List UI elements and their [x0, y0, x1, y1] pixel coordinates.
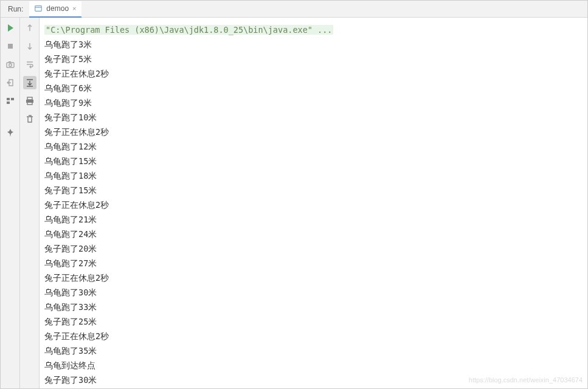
console-line: 兔子正在休息2秒 [44, 125, 583, 139]
svg-point-4 [9, 64, 12, 67]
run-label: Run: [1, 5, 29, 13]
soft-wrap-icon[interactable] [23, 58, 36, 71]
console-line: 乌龟跑了18米 [44, 168, 583, 183]
svg-rect-5 [9, 61, 11, 63]
console-line: 兔子正在休息2秒 [44, 66, 583, 81]
svg-rect-7 [11, 98, 14, 100]
console-line: 兔子跑了5米 [44, 52, 583, 66]
trash-icon[interactable] [23, 112, 36, 126]
console-output[interactable]: "C:\Program Files (x86)\Java\jdk1.8.0_25… [40, 18, 587, 389]
console-line: 乌龟跑了27米 [44, 256, 583, 270]
console-line: 乌龟跑了24米 [44, 227, 583, 241]
console-line: 乌龟跑了30米 [44, 285, 583, 300]
console-line: 乌龟跑了33米 [44, 300, 583, 314]
console-line: 乌龟跑了9米 [44, 95, 583, 110]
svg-rect-6 [7, 98, 10, 100]
layout-icon[interactable] [4, 94, 17, 108]
svg-rect-0 [35, 6, 42, 12]
up-arrow-icon[interactable] [23, 21, 36, 35]
stop-button[interactable] [4, 40, 17, 53]
svg-rect-11 [27, 102, 32, 105]
svg-rect-9 [27, 97, 32, 100]
console-line: 兔子跑了25米 [44, 314, 583, 329]
command-line: "C:\Program Files (x86)\Java\jdk1.8.0_25… [44, 22, 583, 37]
application-icon [34, 4, 43, 13]
console-line: 兔子正在休息2秒 [44, 329, 583, 343]
svg-rect-8 [7, 102, 10, 104]
pin-icon[interactable] [4, 126, 17, 139]
console-line: 兔子正在休息2秒 [44, 198, 583, 212]
console-line: 兔子跑了15米 [44, 183, 583, 198]
console-line: 乌龟跑了3米 [44, 37, 583, 52]
run-tab[interactable]: demoo × [29, 1, 81, 18]
console-line: 乌龟跑了15米 [44, 154, 583, 168]
run-toolbar-secondary [20, 18, 40, 389]
svg-rect-2 [8, 44, 13, 49]
console-line: 乌龟跑了35米 [44, 343, 583, 358]
console-line: 兔子正在休息2秒 [44, 270, 583, 285]
camera-icon[interactable] [4, 58, 17, 71]
down-arrow-icon[interactable] [23, 40, 36, 53]
console-line: 兔子跑了20米 [44, 241, 583, 256]
run-toolbar-primary [1, 18, 20, 389]
console-line: 乌龟跑了21米 [44, 212, 583, 227]
exit-icon[interactable] [4, 76, 17, 89]
console-line: 兔子跑了10米 [44, 110, 583, 125]
console-line: 乌龟到达终点 [44, 358, 583, 373]
console-line: 乌龟跑了6米 [44, 81, 583, 95]
console-line: 乌龟跑了12米 [44, 139, 583, 154]
watermark: https://blog.csdn.net/weixin_47034674 [469, 373, 583, 387]
run-panel-header: Run: demoo × [1, 1, 587, 18]
tab-label: demoo [46, 4, 69, 13]
scroll-to-end-icon[interactable] [23, 76, 36, 89]
close-icon[interactable]: × [72, 5, 76, 12]
run-button[interactable] [4, 21, 17, 35]
print-icon[interactable] [23, 94, 36, 108]
